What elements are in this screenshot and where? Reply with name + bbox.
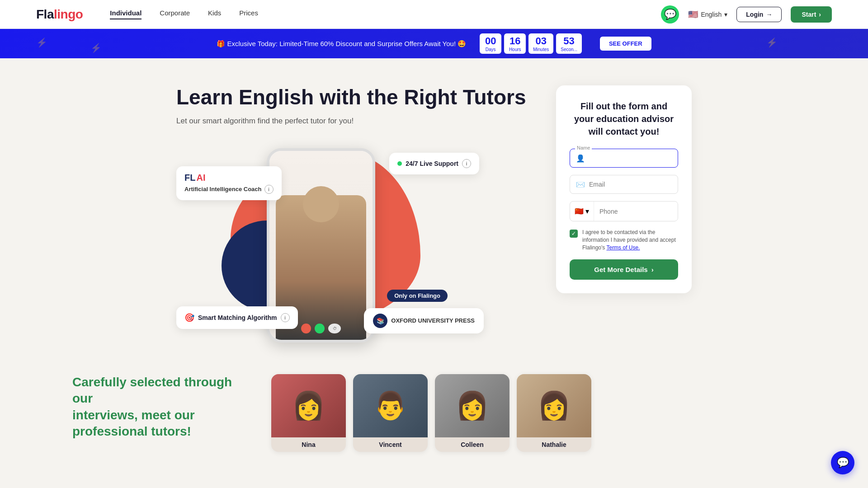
live-support-card: 24/7 Live Support i: [389, 153, 479, 174]
phone-controls: ⏱: [301, 324, 341, 333]
phone-chevron-icon: ▾: [585, 207, 589, 216]
promo-banner: ⚡ ⚡ 🎁 Exclusive Today: Limited-Time 60% …: [0, 29, 868, 58]
hero-content: Learn English with the Right Tutors Let …: [176, 85, 529, 347]
submit-button[interactable]: Get More Details ›: [570, 259, 678, 280]
hero-visual: ⏱ 24/7 Live Support i FLAI Artificial In…: [176, 139, 484, 347]
language-label: English: [701, 11, 722, 18]
hero-title: Learn English with the Right Tutors: [176, 85, 529, 109]
logo-part2: lingo: [54, 7, 83, 21]
nav-prices[interactable]: Prices: [239, 9, 258, 19]
countdown: 00 Days 16 Hours 03 Minutes 53 Secon...: [480, 33, 582, 54]
login-arrow-icon: →: [766, 11, 772, 18]
algo-info-icon[interactable]: i: [281, 313, 290, 322]
accept-call-btn[interactable]: [315, 324, 325, 333]
banner-text: 🎁 Exclusive Today: Limited-Time 60% Disc…: [217, 40, 466, 48]
countdown-seconds: 53 Secon...: [556, 33, 582, 54]
banner-lightning-2: ⚡: [90, 42, 102, 53]
tutors-section: Carefully selected through our interview…: [0, 365, 868, 470]
ai-info-icon[interactable]: i: [264, 185, 274, 194]
smart-matching-card: 🎯 Smart Matching Algorithm i: [176, 306, 298, 329]
countdown-hours: 16 Hours: [504, 33, 526, 54]
see-offer-button[interactable]: SEE OFFER: [600, 37, 651, 51]
email-field-container: ✉️: [570, 175, 678, 194]
tutors-grid: 👩 Nina 👨 Vincent 👩 Colleen 👩 Nathalie: [271, 374, 796, 452]
oxford-logo-circle: 📚: [373, 314, 387, 328]
start-button[interactable]: Start ›: [791, 6, 832, 23]
smart-matching-label: Smart Matching Algorithm: [198, 314, 277, 321]
hero-section: Learn English with the Right Tutors Let …: [0, 58, 868, 365]
consent-row: ✓ I agree to be contacted via the inform…: [570, 229, 678, 251]
tutors-heading: Carefully selected through our interview…: [72, 374, 244, 440]
nav-individual[interactable]: Individual: [110, 9, 142, 19]
chevron-down-icon: ▾: [724, 11, 727, 18]
tutor-colleen-name: Colleen: [435, 437, 509, 452]
start-arrow-icon: ›: [819, 11, 821, 18]
submit-label: Get More Details: [594, 266, 647, 273]
tutor-nathalie-name: Nathalie: [517, 437, 591, 452]
oxford-press-card: 📚 OXFORD UNIVERSITY PRESS: [364, 308, 484, 333]
tutor-card-nathalie[interactable]: 👩 Nathalie: [517, 374, 591, 452]
phone-field-wrapper: 🇨🇳 ▾: [570, 201, 678, 221]
tutor-nina-image: 👩: [271, 374, 346, 437]
consent-checkbox[interactable]: ✓: [570, 230, 578, 238]
timer-display: ⏱: [328, 324, 341, 333]
banner-lightning-right: ⚡: [766, 37, 778, 48]
submit-arrow-icon: ›: [651, 266, 654, 273]
flag-icon: 🇺🇸: [688, 9, 698, 19]
live-info-icon[interactable]: i: [462, 159, 471, 168]
tutor-card-colleen[interactable]: 👩 Colleen: [435, 374, 509, 452]
matching-icon: 🎯: [184, 313, 194, 323]
ai-coach-card: FLAI Artificial Intelligence Coach i: [176, 166, 282, 200]
email-input[interactable]: [570, 175, 678, 194]
start-label: Start: [802, 11, 816, 18]
form-title: Fill out the form and your education adv…: [570, 100, 678, 138]
tutor-nina-name: Nina: [271, 437, 346, 452]
countdown-days: 00 Days: [480, 33, 501, 54]
nav-right: 💬 🇺🇸 English ▾ Login → Start ›: [661, 5, 832, 23]
name-field-container: Name 👤: [570, 149, 678, 168]
email-icon: ✉️: [576, 180, 585, 189]
nav-kids[interactable]: Kids: [208, 9, 221, 19]
phone-field-container: 🇨🇳 ▾: [570, 201, 678, 221]
name-label: Name: [575, 145, 592, 150]
live-indicator: [397, 161, 402, 166]
login-button[interactable]: Login →: [736, 7, 782, 22]
chat-fab-icon: 💬: [837, 457, 849, 469]
tutors-title: Carefully selected through our interview…: [72, 374, 244, 440]
contact-form-card: Fill out the form and your education adv…: [556, 85, 692, 293]
phone-input[interactable]: [594, 202, 678, 221]
whatsapp-button[interactable]: 💬: [661, 5, 679, 23]
navbar: Flalingo Individual Corporate Kids Price…: [0, 0, 868, 29]
logo[interactable]: Flalingo: [36, 7, 83, 22]
nav-corporate[interactable]: Corporate: [160, 9, 190, 19]
name-input[interactable]: [570, 149, 678, 168]
logo-part1: Fla: [36, 7, 54, 21]
banner-lightning-left: ⚡: [36, 37, 47, 48]
terms-link[interactable]: Terms of Use.: [606, 244, 640, 251]
login-label: Login: [746, 11, 763, 18]
end-call-btn[interactable]: [301, 324, 311, 333]
oxford-name: OXFORD UNIVERSITY PRESS: [391, 317, 475, 324]
tutor-card-nina[interactable]: 👩 Nina: [271, 374, 346, 452]
hero-subtitle: Let our smart algorithm find the perfect…: [176, 117, 529, 126]
live-support-label: 24/7 Live Support: [406, 160, 458, 167]
tutor-card-vincent[interactable]: 👨 Vincent: [353, 374, 428, 452]
name-icon: 👤: [576, 154, 585, 163]
countdown-minutes: 03 Minutes: [528, 33, 553, 54]
chat-fab-button[interactable]: 💬: [831, 451, 854, 474]
nav-links: Individual Corporate Kids Prices: [110, 9, 661, 19]
tutor-nathalie-image: 👩: [517, 374, 591, 437]
ai-logo: FLAI: [184, 173, 274, 183]
consent-text: I agree to be contacted via the informat…: [582, 229, 678, 251]
phone-flag-selector[interactable]: 🇨🇳 ▾: [570, 202, 594, 221]
phone-flag-icon: 🇨🇳: [575, 207, 584, 216]
tutor-vincent-image: 👨: [353, 374, 428, 437]
only-on-flalingo-badge: Only on Flalingo: [387, 290, 448, 302]
tutor-colleen-image: 👩: [435, 374, 509, 437]
whatsapp-icon: 💬: [664, 9, 676, 20]
ai-coach-label: Artificial Intelligence Coach: [184, 186, 262, 192]
language-selector[interactable]: 🇺🇸 English ▾: [688, 9, 727, 19]
tutor-vincent-name: Vincent: [353, 437, 428, 452]
